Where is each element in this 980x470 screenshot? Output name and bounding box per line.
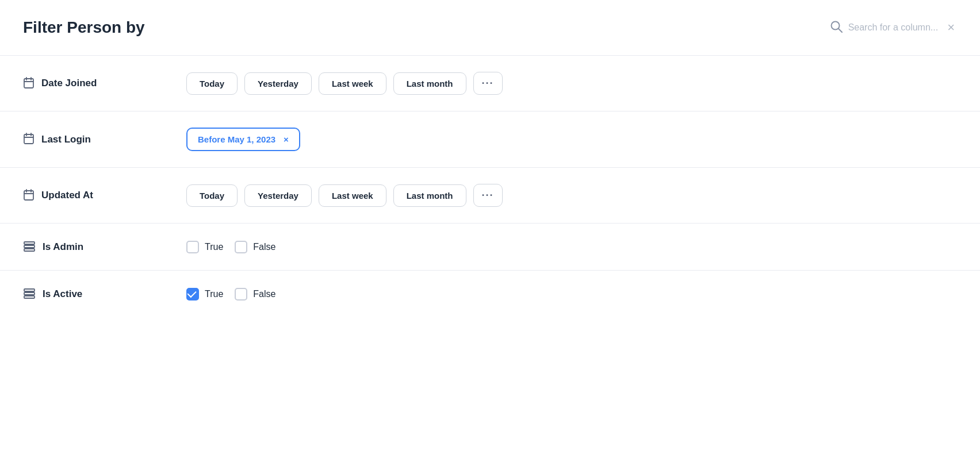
stack-icon bbox=[23, 240, 36, 254]
filter-row-updated_at: Updated At TodayYesterdayLast weekLast m… bbox=[23, 168, 957, 224]
filter-btn-more-updated_at[interactable]: ··· bbox=[473, 184, 503, 207]
filter-options-is_active: True False bbox=[186, 288, 957, 301]
filter-btn-updated_at-yesterday[interactable]: Yesterday bbox=[244, 184, 312, 207]
checkbox-true-is_admin[interactable]: True bbox=[186, 241, 223, 253]
close-button[interactable]: × bbox=[945, 19, 957, 36]
filter-btn-updated_at-today[interactable]: Today bbox=[186, 184, 238, 207]
checkbox-false-label-is_admin: False bbox=[253, 242, 275, 252]
filter-options-updated_at: TodayYesterdayLast weekLast month··· bbox=[186, 184, 957, 207]
filter-row-last_login: Last Login Before May 1, 2023 × bbox=[23, 111, 957, 168]
field-name-last_login: Last Login bbox=[41, 134, 91, 145]
svg-rect-2 bbox=[24, 79, 33, 88]
calendar-icon bbox=[23, 189, 35, 202]
remove-filter-last_login[interactable]: × bbox=[284, 134, 289, 144]
field-label-last_login: Last Login bbox=[23, 133, 173, 146]
filter-row-is_active: Is Active True False bbox=[23, 271, 957, 317]
checkbox-group-is_admin: True False bbox=[186, 241, 275, 253]
field-name-date_joined: Date Joined bbox=[41, 78, 97, 89]
filter-panel: Filter Person by Search for a column... … bbox=[0, 0, 980, 317]
field-name-updated_at: Updated At bbox=[41, 190, 93, 201]
filter-row-inner-last_login: Last Login Before May 1, 2023 × bbox=[23, 111, 957, 167]
checkbox-box-true-is_admin[interactable] bbox=[186, 241, 199, 253]
svg-rect-14 bbox=[24, 242, 35, 244]
filter-options-date_joined: TodayYesterdayLast weekLast month··· bbox=[186, 72, 957, 95]
search-placeholder-text: Search for a column... bbox=[848, 22, 939, 33]
search-icon bbox=[830, 20, 843, 35]
stack-icon bbox=[23, 287, 36, 301]
field-label-updated_at: Updated At bbox=[23, 189, 173, 202]
checkbox-true-label-is_active: True bbox=[205, 289, 223, 299]
filter-row-inner-date_joined: Date Joined TodayYesterdayLast weekLast … bbox=[23, 56, 957, 111]
svg-rect-16 bbox=[24, 249, 35, 251]
filter-btn-updated_at-last-month[interactable]: Last month bbox=[393, 184, 466, 207]
checkbox-false-is_active[interactable]: False bbox=[235, 288, 275, 301]
field-label-is_active: Is Active bbox=[23, 287, 173, 301]
filter-row-date_joined: Date Joined TodayYesterdayLast weekLast … bbox=[23, 56, 957, 111]
filter-rows-container: Date Joined TodayYesterdayLast weekLast … bbox=[23, 56, 957, 317]
filter-btn-updated_at-last-week[interactable]: Last week bbox=[319, 184, 386, 207]
search-area: Search for a column... bbox=[830, 20, 939, 35]
svg-rect-18 bbox=[24, 292, 35, 295]
active-filter-tag-last_login[interactable]: Before May 1, 2023 × bbox=[186, 128, 300, 151]
svg-line-1 bbox=[839, 29, 842, 32]
filter-row-is_admin: Is Admin True False bbox=[23, 224, 957, 271]
svg-rect-19 bbox=[24, 296, 35, 298]
calendar-icon bbox=[23, 133, 35, 146]
filter-row-inner-updated_at: Updated At TodayYesterdayLast weekLast m… bbox=[23, 168, 957, 223]
checkbox-false-label-is_active: False bbox=[253, 289, 275, 299]
svg-rect-6 bbox=[24, 134, 33, 144]
filter-options-is_admin: True False bbox=[186, 241, 957, 253]
checkbox-box-false-is_admin[interactable] bbox=[235, 241, 247, 253]
filter-row-inner-is_active: Is Active True False bbox=[23, 271, 957, 317]
panel-title: Filter Person by bbox=[23, 18, 145, 37]
checkbox-group-is_active: True False bbox=[186, 288, 275, 301]
checkbox-box-false-is_active[interactable] bbox=[235, 288, 247, 301]
checkbox-true-label-is_admin: True bbox=[205, 242, 223, 252]
filter-row-inner-is_admin: Is Admin True False bbox=[23, 224, 957, 270]
svg-rect-10 bbox=[24, 191, 33, 200]
filter-btn-date_joined-yesterday[interactable]: Yesterday bbox=[244, 72, 312, 95]
panel-header: Filter Person by Search for a column... … bbox=[23, 18, 957, 37]
field-name-is_active: Is Active bbox=[43, 288, 82, 300]
header-right: Search for a column... × bbox=[830, 19, 957, 36]
svg-rect-17 bbox=[24, 289, 35, 291]
svg-rect-15 bbox=[24, 245, 35, 248]
filter-btn-more-date_joined[interactable]: ··· bbox=[473, 72, 503, 95]
checkbox-true-is_active[interactable]: True bbox=[186, 288, 223, 301]
active-filter-text-last_login: Before May 1, 2023 bbox=[198, 134, 275, 144]
filter-btn-date_joined-today[interactable]: Today bbox=[186, 72, 238, 95]
filter-btn-date_joined-last-week[interactable]: Last week bbox=[319, 72, 386, 95]
field-label-is_admin: Is Admin bbox=[23, 240, 173, 254]
checkbox-box-true-is_active[interactable] bbox=[186, 288, 199, 301]
filter-btn-date_joined-last-month[interactable]: Last month bbox=[393, 72, 466, 95]
field-label-date_joined: Date Joined bbox=[23, 77, 173, 90]
checkbox-false-is_admin[interactable]: False bbox=[235, 241, 275, 253]
calendar-icon bbox=[23, 77, 35, 90]
filter-options-last_login: Before May 1, 2023 × bbox=[186, 128, 957, 151]
field-name-is_admin: Is Admin bbox=[43, 241, 83, 253]
